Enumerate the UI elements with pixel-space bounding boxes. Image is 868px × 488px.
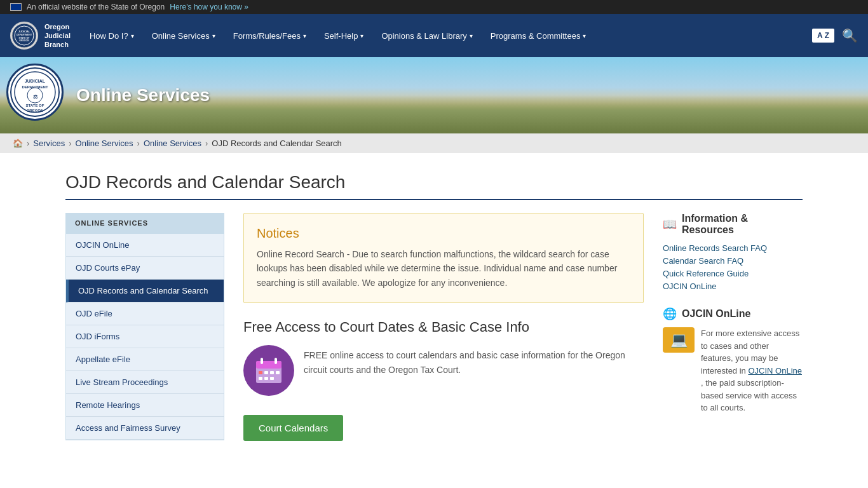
center-content: Notices Online Record Search - Due to se… [243, 213, 644, 441]
court-calendars-button[interactable]: Court Calendars [243, 415, 343, 441]
nav-item-opinions[interactable]: Opinions & Law Library ▾ [372, 14, 481, 57]
sidebar-link-records[interactable]: OJD Records and Calendar Search [66, 280, 224, 302]
globe-icon: 🌐 [663, 307, 677, 321]
nav-item-how-do-i[interactable]: How Do I? ▾ [81, 14, 143, 57]
sidebar-link-efile[interactable]: OJD eFile [66, 302, 224, 325]
calendar-text: FREE online access to court calendars an… [304, 345, 644, 377]
logo-seal: JUDICIAL DEPARTMENT STATE OF OREGON [10, 22, 38, 50]
nav-links: How Do I? ▾ Online Services ▾ Forms/Rule… [81, 14, 807, 57]
sidebar-link-livestream[interactable]: Live Stream Proceedings [66, 371, 224, 394]
svg-text:STATE OF: STATE OF [26, 104, 44, 107]
chevron-down-icon: ▾ [131, 32, 134, 39]
link-ojcin[interactable]: OJCIN OnLine [663, 281, 803, 291]
breadcrumb: 🏠 › Services › Online Services › Online … [0, 133, 868, 153]
chevron-down-icon: ▾ [470, 32, 473, 39]
calendar-section: FREE online access to court calendars an… [243, 345, 644, 396]
right-sidebar: 📖 Information & Resources Online Records… [663, 213, 803, 441]
laptop-icon: 💻 [663, 327, 695, 353]
sidebar-links: OJCIN OnLine OJD Courts ePay OJD Records… [65, 233, 224, 440]
info-resources-title: 📖 Information & Resources [663, 213, 803, 236]
svg-rect-24 [270, 377, 274, 380]
notice-text: Online Record Search - Due to search fun… [257, 247, 630, 290]
chevron-down-icon: ▾ [303, 32, 306, 39]
free-access-heading: Free Access to Court Dates & Basic Case … [243, 319, 644, 336]
svg-rect-17 [275, 358, 277, 364]
sidebar-link-survey[interactable]: Access and Fairness Survey [66, 417, 224, 440]
nav-right: A Z 🔍 [807, 14, 868, 57]
breadcrumb-current: OJD Records and Calendar Search [212, 139, 342, 148]
svg-rect-23 [264, 377, 268, 380]
sidebar-heading: ONLINE SERVICES [65, 213, 224, 233]
oregon-flag-icon [10, 3, 22, 11]
notice-title: Notices [257, 226, 630, 241]
svg-rect-20 [270, 371, 274, 374]
svg-rect-18 [259, 371, 262, 374]
banner-text: An official website of the State of Oreg… [27, 3, 165, 11]
nav-item-forms[interactable]: Forms/Rules/Fees ▾ [224, 14, 315, 57]
svg-rect-15 [256, 361, 281, 369]
info-resources-section: 📖 Information & Resources Online Records… [663, 213, 803, 291]
ojcin-description: For more extensive access to cases and o… [701, 327, 803, 414]
svg-rect-16 [261, 358, 263, 364]
sidebar-link-ojcin[interactable]: OJCIN OnLine [66, 234, 224, 257]
ojcin-title: 🌐 OJCIN OnLine [663, 307, 803, 321]
svg-text:DEPARTMENT: DEPARTMENT [22, 85, 48, 89]
ojcin-content: 💻 For more extensive access to cases and… [663, 327, 803, 414]
logo-area: JUDICIAL DEPARTMENT STATE OF OREGON Oreg… [0, 14, 81, 57]
search-button[interactable]: 🔍 [837, 28, 863, 43]
link-records-faq[interactable]: Online Records Search FAQ [663, 243, 803, 253]
logo-text: Oregon Judicial Branch [44, 22, 71, 50]
content-layout: ONLINE SERVICES OJCIN OnLine OJD Courts … [65, 213, 803, 441]
svg-text:OREGON: OREGON [27, 109, 44, 112]
svg-text:JUDICIAL: JUDICIAL [25, 79, 46, 83]
breadcrumb-online-services-1[interactable]: Online Services [76, 139, 133, 148]
svg-rect-21 [276, 371, 280, 374]
link-calendar-faq[interactable]: Calendar Search FAQ [663, 256, 803, 266]
banner-link[interactable]: Here's how you know » [170, 3, 248, 11]
sidebar: ONLINE SERVICES OJCIN OnLine OJD Courts … [65, 213, 224, 441]
ojcin-online-link[interactable]: OJCIN OnLine [748, 366, 802, 376]
svg-text:DEPARTMENT: DEPARTMENT [17, 34, 32, 36]
sidebar-link-epay[interactable]: OJD Courts ePay [66, 257, 224, 280]
right-links: Online Records Search FAQ Calendar Searc… [663, 243, 803, 291]
top-banner: An official website of the State of Oreg… [0, 0, 868, 14]
book-icon: 📖 [663, 217, 677, 231]
hero-seal: JUDICIAL DEPARTMENT ⚖ STATE OF OREGON [6, 64, 64, 121]
sidebar-link-appellate[interactable]: Appellate eFile [66, 348, 224, 371]
home-icon: 🏠 [13, 139, 23, 148]
chevron-down-icon: ▾ [583, 32, 586, 39]
svg-text:OREGON: OREGON [19, 39, 29, 42]
sidebar-link-iforms[interactable]: OJD iForms [66, 325, 224, 348]
translate-button[interactable]: A Z [812, 29, 834, 43]
nav-item-online-services[interactable]: Online Services ▾ [143, 14, 224, 57]
svg-text:JUDICIAL: JUDICIAL [18, 30, 31, 33]
page-title: OJD Records and Calendar Search [65, 172, 803, 200]
notice-box: Notices Online Record Search - Due to se… [243, 213, 644, 303]
svg-text:⚖: ⚖ [33, 94, 38, 100]
hero-title: Online Services [76, 85, 210, 105]
sidebar-link-remote[interactable]: Remote Hearings [66, 394, 224, 417]
svg-rect-22 [259, 377, 262, 380]
link-quick-ref[interactable]: Quick Reference Guide [663, 269, 803, 278]
breadcrumb-services[interactable]: Services [33, 139, 65, 148]
chevron-down-icon: ▾ [212, 32, 215, 39]
nav-item-programs[interactable]: Programs & Committees ▾ [482, 14, 595, 57]
breadcrumb-online-services-2[interactable]: Online Services [144, 139, 201, 148]
main-content: OJD Records and Calendar Search ONLINE S… [53, 153, 815, 460]
ojcin-section: 🌐 OJCIN OnLine 💻 For more extensive acce… [663, 307, 803, 414]
nav-item-self-help[interactable]: Self-Help ▾ [315, 14, 372, 57]
calendar-icon [243, 345, 294, 396]
hero-section: JUDICIAL DEPARTMENT ⚖ STATE OF OREGON On… [0, 57, 868, 133]
svg-rect-19 [264, 371, 268, 374]
chevron-down-icon: ▾ [360, 32, 363, 39]
navigation: JUDICIAL DEPARTMENT STATE OF OREGON Oreg… [0, 14, 868, 57]
